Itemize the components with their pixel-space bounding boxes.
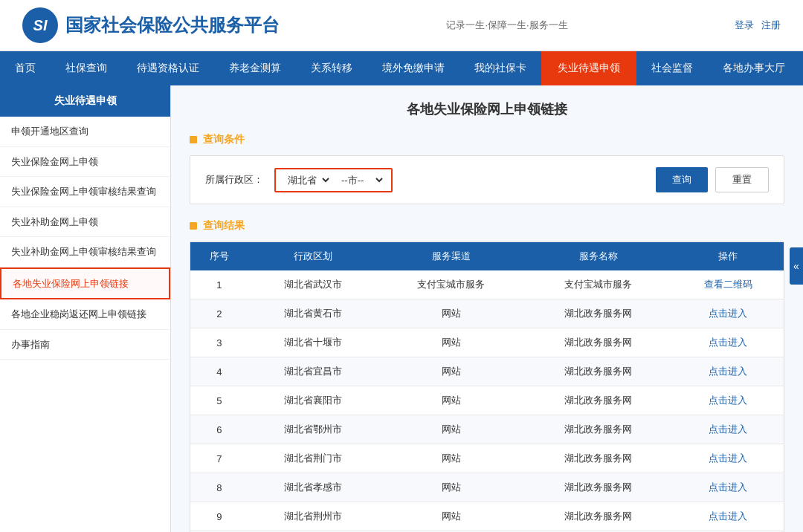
query-box: 所属行政区： 湖北省 北京市 上海市 --市-- 武汉市 黄石市 查询 重 [190, 155, 784, 204]
col-action: 操作 [672, 242, 784, 270]
cell-id: 3 [190, 328, 248, 357]
query-buttons: 查询 重置 [656, 167, 769, 192]
sidebar-item-unemployment-review[interactable]: 失业保险金网上申领审核结果查询 [0, 177, 170, 207]
sidebar-header: 失业待遇申领 [0, 85, 170, 117]
query-button[interactable]: 查询 [656, 167, 708, 192]
cell-action[interactable]: 查看二维码 [672, 270, 784, 299]
cell-action[interactable]: 点击进入 [672, 444, 784, 473]
sidebar-item-open-regions[interactable]: 申领开通地区查询 [0, 117, 170, 147]
cell-channel: 网站 [378, 386, 525, 415]
cell-action[interactable]: 点击进入 [672, 357, 784, 386]
results-section-label: 查询结果 [203, 219, 245, 233]
register-link[interactable]: 注册 [761, 19, 781, 32]
cell-region: 湖北省襄阳市 [248, 386, 378, 415]
query-label: 所属行政区： [205, 173, 263, 186]
nav-local-hall[interactable]: 各地办事大厅 [708, 53, 800, 84]
main-content: 各地失业保险网上申领链接 查询条件 所属行政区： 湖北省 北京市 上海市 --市… [171, 85, 803, 532]
cell-region: 湖北省黄石市 [248, 299, 378, 328]
query-dot [190, 136, 197, 143]
cell-channel: 网站 [378, 357, 525, 386]
sidebar-item-unemployment-apply[interactable]: 失业保险金网上申领 [0, 147, 170, 178]
cell-channel: 网站 [378, 299, 525, 328]
nav-home[interactable]: 首页 [0, 53, 51, 84]
cell-region: 湖北省孝感市 [248, 473, 378, 502]
cell-id: 4 [190, 357, 248, 386]
cell-channel: 网站 [378, 473, 525, 502]
logo-area: SI 国家社会保险公共服务平台 [22, 7, 280, 43]
cell-id: 1 [190, 270, 248, 299]
cell-action[interactable]: 点击进入 [672, 386, 784, 415]
table-row: 3 湖北省十堰市 网站 湖北政务服务网 点击进入 [190, 328, 784, 357]
cell-service: 支付宝城市服务 [525, 270, 672, 299]
site-title: 国家社会保险公共服务平台 [65, 13, 280, 37]
query-section-label: 查询条件 [203, 133, 245, 146]
cell-service: 湖北政务服务网 [525, 299, 672, 328]
cell-service: 湖北政务服务网 [525, 502, 672, 531]
cell-action[interactable]: 点击进入 [672, 473, 784, 502]
main-nav: 首页 社保查询 待遇资格认证 养老金测算 关系转移 境外免缴申请 我的社保卡 失… [0, 51, 803, 85]
nav-pension[interactable]: 养老金测算 [214, 53, 296, 84]
content-title: 各地失业保险网上申领链接 [190, 100, 784, 118]
table-header-row: 序号 行政区划 服务渠道 服务名称 操作 [190, 242, 784, 270]
table-row: 9 湖北省荆州市 网站 湖北政务服务网 点击进入 [190, 502, 784, 531]
sidebar: 失业待遇申领 申领开通地区查询 失业保险金网上申领 失业保险金网上申领审核结果查… [0, 85, 171, 532]
results-dot [190, 222, 197, 230]
table-row: 1 湖北省武汉市 支付宝城市服务 支付宝城市服务 查看二维码 [190, 270, 784, 299]
nav-transfer[interactable]: 关系转移 [296, 53, 367, 84]
col-region: 行政区划 [248, 242, 378, 270]
col-service: 服务名称 [525, 242, 672, 270]
col-id: 序号 [190, 242, 248, 270]
header-slogan: 记录一生·保障一生·服务一生 [446, 19, 567, 32]
query-selects: 湖北省 北京市 上海市 --市-- 武汉市 黄石市 [274, 168, 393, 192]
cell-action[interactable]: 点击进入 [672, 502, 784, 531]
login-link[interactable]: 登录 [735, 19, 754, 32]
cell-channel: 网站 [378, 502, 525, 531]
cell-action[interactable]: 点击进入 [672, 415, 784, 444]
cell-region: 湖北省荆州市 [248, 502, 378, 531]
city-select[interactable]: --市-- 武汉市 黄石市 [335, 172, 385, 188]
header-links: 登录 注册 [735, 19, 781, 32]
table-row: 6 湖北省鄂州市 网站 湖北政务服务网 点击进入 [190, 415, 784, 444]
sidebar-item-enterprise-links[interactable]: 各地企业稳岗返还网上申领链接 [0, 299, 170, 330]
collapse-sidebar-btn[interactable]: « [790, 247, 803, 285]
nav-mycard[interactable]: 我的社保卡 [459, 53, 541, 84]
cell-channel: 网站 [378, 328, 525, 357]
cell-id: 2 [190, 299, 248, 328]
query-section-header: 查询条件 [190, 133, 784, 146]
cell-channel: 支付宝城市服务 [378, 270, 525, 299]
nav-overseas[interactable]: 境外免缴申请 [367, 53, 459, 84]
cell-region: 湖北省十堰市 [248, 328, 378, 357]
cell-id: 8 [190, 473, 248, 502]
sidebar-item-guide[interactable]: 办事指南 [0, 330, 170, 360]
nav-social-query[interactable]: 社保查询 [51, 53, 122, 84]
page-header: SI 国家社会保险公共服务平台 记录一生·保障一生·服务一生 登录 注册 [0, 0, 803, 51]
cell-channel: 网站 [378, 415, 525, 444]
cell-region: 湖北省宜昌市 [248, 357, 378, 386]
province-select[interactable]: 湖北省 北京市 上海市 [282, 172, 332, 188]
cell-action[interactable]: 点击进入 [672, 299, 784, 328]
sidebar-item-local-links[interactable]: 各地失业保险网上申领链接 [0, 267, 170, 300]
nav-supervision[interactable]: 社会监督 [636, 53, 708, 84]
cell-channel: 网站 [378, 444, 525, 473]
cell-id: 7 [190, 444, 248, 473]
cell-action[interactable]: 点击进入 [672, 328, 784, 357]
sidebar-item-subsidy-apply[interactable]: 失业补助金网上申领 [0, 207, 170, 238]
reset-button[interactable]: 重置 [715, 167, 769, 192]
cell-service: 湖北政务服务网 [525, 328, 672, 357]
cell-id: 9 [190, 502, 248, 531]
cell-service: 湖北政务服务网 [525, 444, 672, 473]
nav-eligibility[interactable]: 待遇资格认证 [122, 53, 214, 84]
results-box: 序号 行政区划 服务渠道 服务名称 操作 1 湖北省武汉市 支付宝城市服务 支付… [190, 241, 784, 532]
col-channel: 服务渠道 [378, 242, 525, 270]
nav-unemployment[interactable]: 失业待遇申领 [541, 51, 636, 85]
cell-service: 湖北政务服务网 [525, 473, 672, 502]
table-row: 2 湖北省黄石市 网站 湖北政务服务网 点击进入 [190, 299, 784, 328]
cell-region: 湖北省荆门市 [248, 444, 378, 473]
cell-service: 湖北政务服务网 [525, 357, 672, 386]
cell-service: 湖北政务服务网 [525, 386, 672, 415]
sidebar-item-subsidy-review[interactable]: 失业补助金网上申领审核结果查询 [0, 237, 170, 267]
table-row: 5 湖北省襄阳市 网站 湖北政务服务网 点击进入 [190, 386, 784, 415]
cell-id: 5 [190, 386, 248, 415]
cell-id: 6 [190, 415, 248, 444]
table-row: 4 湖北省宜昌市 网站 湖北政务服务网 点击进入 [190, 357, 784, 386]
